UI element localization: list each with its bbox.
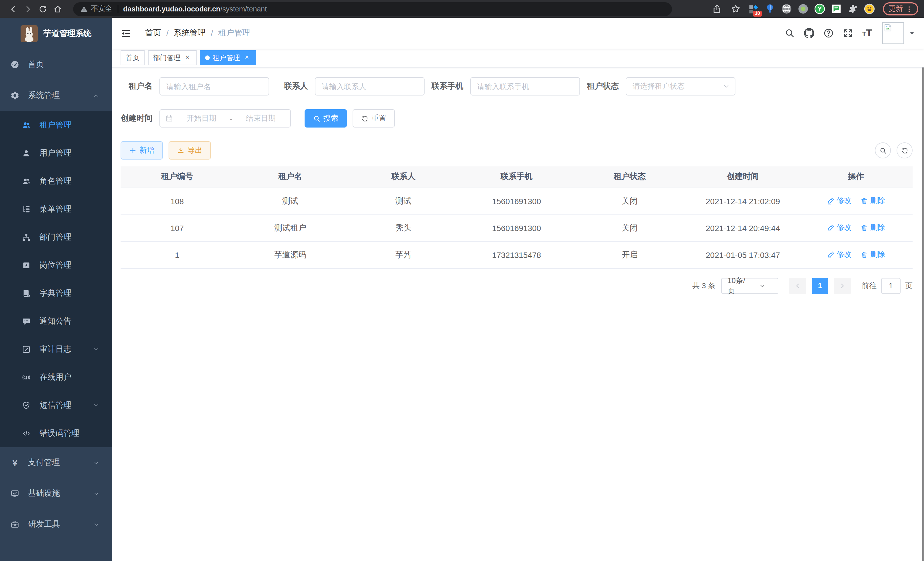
sidebar-item[interactable]: 在线用户	[0, 363, 112, 391]
sidebar-item[interactable]: 岗位管理	[0, 251, 112, 279]
goto-page-input[interactable]	[881, 278, 901, 294]
browser-back-button[interactable]	[6, 2, 21, 16]
breadcrumb-link[interactable]: 系统管理	[174, 28, 206, 38]
add-button[interactable]: 新增	[121, 141, 163, 159]
header-search-icon[interactable]	[784, 28, 795, 38]
cell-actions: 修改 删除	[800, 214, 913, 241]
start-date-placeholder: 开始日期	[177, 113, 226, 123]
phone-input[interactable]	[470, 77, 580, 96]
tab-close-icon[interactable]: ×	[183, 54, 191, 62]
sidebar-item[interactable]: 菜单管理	[0, 195, 112, 223]
prev-page-button[interactable]	[789, 278, 806, 294]
toggle-search-button[interactable]	[875, 142, 891, 158]
trash-icon	[861, 197, 868, 205]
delete-link[interactable]: 删除	[861, 196, 885, 206]
sidebar-item[interactable]: 研发工具	[0, 509, 112, 540]
sidebar-item[interactable]: 角色管理	[0, 167, 112, 195]
sidebar-item[interactable]: 首页	[0, 49, 112, 80]
reset-refresh-icon	[361, 115, 369, 122]
github-icon[interactable]	[804, 28, 814, 38]
browser-home-button[interactable]	[50, 2, 65, 16]
sidebar-item[interactable]: 用户管理	[0, 139, 112, 167]
chrome-update-button[interactable]: 更新	[883, 2, 918, 15]
tenant-name-label: 租户名	[121, 81, 159, 92]
font-size-icon[interactable]: TT	[862, 27, 872, 39]
user-avatar[interactable]	[882, 22, 904, 44]
page-size-value: 10条/页	[728, 275, 751, 296]
table-head: 租户编号租户名联系人联系手机租户状态创建时间操作	[121, 166, 913, 188]
create-time-label: 创建时间	[121, 113, 159, 123]
sidebar-item-icon	[22, 317, 31, 326]
help-icon[interactable]	[824, 28, 834, 38]
broken-image-icon	[884, 23, 892, 32]
delete-link[interactable]: 删除	[861, 223, 885, 233]
browser-reload-button[interactable]	[35, 2, 50, 16]
cell-created-time: 2021-12-14 21:02:09	[686, 188, 800, 214]
extensions-puzzle-icon[interactable]	[848, 3, 858, 14]
cell-phone: 17321315478	[460, 241, 573, 268]
extension-tabs-icon[interactable]: 10	[748, 3, 759, 14]
sidebar-item-label: 通知公告	[39, 316, 112, 326]
extension-y-icon[interactable]	[814, 3, 825, 14]
page-number-button[interactable]: 1	[812, 278, 828, 294]
avatar-caret-icon[interactable]	[909, 30, 915, 37]
tenant-name-input[interactable]	[159, 77, 269, 96]
sidebar-item[interactable]: 字典管理	[0, 279, 112, 307]
browser-forward-button[interactable]	[21, 2, 35, 16]
cell-tenant-name: 测试租户	[234, 214, 347, 241]
search-button[interactable]: 搜索	[304, 109, 347, 128]
share-icon[interactable]	[712, 4, 722, 14]
breadcrumb-link[interactable]: 租户管理	[218, 28, 250, 38]
sidebar-item[interactable]: 短信管理	[0, 391, 112, 419]
chevron-left-icon	[794, 282, 801, 289]
tab[interactable]: 租户管理 ×	[200, 50, 256, 65]
sidebar-item[interactable]: 部门管理	[0, 223, 112, 251]
tenant-table: 租户编号租户名联系人联系手机租户状态创建时间操作 108 测试 测试 15601…	[121, 166, 913, 268]
cell-status: 开启	[573, 241, 686, 268]
export-button-label: 导出	[188, 145, 202, 156]
edit-link[interactable]: 修改	[827, 196, 851, 206]
tab[interactable]: 首页	[121, 50, 145, 65]
app-logo-row[interactable]: 芋道管理系统	[0, 18, 112, 49]
table-header-row: 租户编号租户名联系人联系手机租户状态创建时间操作	[121, 166, 913, 188]
delete-link[interactable]: 删除	[861, 250, 885, 260]
tab[interactable]: 部门管理 ×	[148, 50, 196, 65]
profile-avatar-icon[interactable]	[864, 3, 875, 14]
pagination-goto: 前往 页	[862, 278, 913, 294]
edit-link[interactable]: 修改	[827, 250, 851, 260]
next-page-button[interactable]	[834, 278, 851, 294]
refresh-table-button[interactable]	[897, 142, 913, 158]
sidebar-toggle-icon[interactable]	[121, 28, 131, 39]
delete-link-label: 删除	[870, 223, 885, 233]
extension-chat-icon[interactable]	[831, 3, 842, 14]
status-select[interactable]: 请选择租户状态	[626, 77, 735, 96]
extension-balloon-icon[interactable]	[765, 3, 776, 14]
edit-link[interactable]: 修改	[827, 223, 851, 233]
edit-pen-icon	[827, 251, 834, 259]
reload-icon	[38, 4, 47, 14]
url-path: /system/tenant	[220, 5, 267, 13]
sidebar-item-label: 角色管理	[39, 176, 112, 186]
address-bar[interactable]: 不安全 dashboard.yudao.iocoder.cn/system/te…	[73, 2, 672, 16]
sidebar-item[interactable]: ¥ 支付管理	[0, 447, 112, 478]
sidebar-item[interactable]: 错误码管理	[0, 419, 112, 447]
fullscreen-icon[interactable]	[843, 28, 853, 38]
tab-close-icon[interactable]: ×	[243, 54, 251, 62]
extension-command-icon[interactable]	[781, 3, 792, 14]
contact-input[interactable]	[315, 77, 424, 96]
export-button[interactable]: 导出	[169, 141, 211, 159]
page-size-select[interactable]: 10条/页	[721, 278, 778, 294]
sidebar-item[interactable]: 租户管理	[0, 111, 112, 139]
sidebar-item[interactable]: 审计日志	[0, 335, 112, 363]
sidebar-item[interactable]: 通知公告	[0, 307, 112, 335]
bookmark-star-icon[interactable]	[731, 4, 741, 14]
reset-button[interactable]: 重置	[352, 109, 395, 128]
date-range-picker[interactable]: 开始日期 - 结束日期	[159, 109, 291, 128]
table-column-header: 租户状态	[573, 166, 686, 188]
extension-circle-icon[interactable]	[798, 3, 808, 14]
sidebar-item-arrow-icon	[93, 92, 99, 99]
sidebar-item[interactable]: 基础设施	[0, 478, 112, 509]
breadcrumb-link[interactable]: 首页	[145, 28, 161, 38]
edit-link-label: 修改	[837, 250, 851, 260]
sidebar-item[interactable]: 系统管理	[0, 80, 112, 111]
